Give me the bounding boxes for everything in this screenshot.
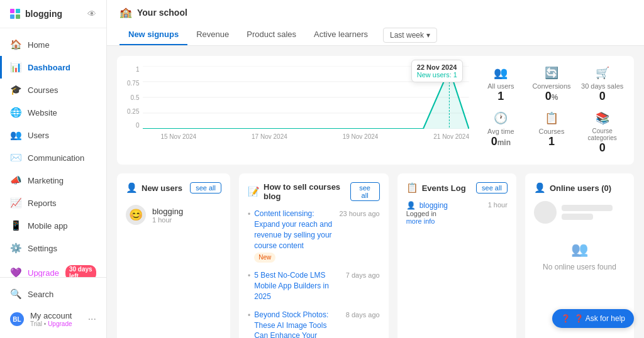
stat-categories-label: Course categories <box>580 128 624 141</box>
logo-icon <box>10 9 20 19</box>
bullet-icon: • <box>248 209 250 263</box>
date-filter-select[interactable]: Last week ▾ <box>383 28 437 43</box>
chart-container: 22 Nov 2024 New users: 1 15 Nov 2024 17 … <box>143 66 469 140</box>
event-user-icon: 👤 <box>406 201 416 210</box>
stat-avg-time: 🕐 Avg time 0min <box>479 111 523 155</box>
sidebar-item-mobile-app[interactable]: 📱 Mobile app <box>0 214 106 237</box>
account-label: My account <box>30 311 72 320</box>
events-card: 📋 Events Log see all 👤 blogging <box>397 173 516 338</box>
stat-course-categories: 📚 Course categories 0 <box>580 111 624 155</box>
new-users-see-all-button[interactable]: see all <box>190 182 221 194</box>
blog-post-content: Beyond Stock Photos: These AI Image Tool… <box>254 310 379 338</box>
upgrade-badge: 30 days left <box>65 265 96 277</box>
more-options-icon[interactable]: ··· <box>88 313 96 325</box>
user-time: 1 hour <box>152 216 183 224</box>
events-see-all-button[interactable]: see all <box>476 182 508 194</box>
sidebar: blogging 👁 🏠 Home 📊 Dashboard 🎓 Courses … <box>0 0 107 338</box>
logo-text: blogging <box>25 9 62 19</box>
sidebar-item-label: Marketing <box>28 176 96 185</box>
stat-categories-value: 0 <box>599 141 606 155</box>
online-empty-state: 👥 No online users found <box>534 236 625 276</box>
stat-conversions: 🔄 Conversions 0% <box>530 66 574 104</box>
blog-post-link[interactable]: 5 Best No-Code LMS Mobile App Builders i… <box>254 270 342 302</box>
new-users-card: 👤 New users see all 😊 blogging 1 hour <box>117 173 230 338</box>
blog-card-header: 📝 How to sell courses blog see all <box>248 182 380 201</box>
my-account-nav-item[interactable]: BL My account Trial • Upgrade ··· <box>0 305 106 333</box>
account-info: My account Trial • Upgrade <box>30 311 72 327</box>
user-info: blogging 1 hour <box>152 207 183 224</box>
settings-icon: ⚙️ <box>10 243 21 254</box>
bullet-icon: • <box>248 271 250 302</box>
search-nav-item[interactable]: 🔍 Search <box>0 283 106 305</box>
blog-post-time: 23 hours ago <box>339 209 379 219</box>
dashboard-body: 1 0.75 0.5 0.25 0 <box>107 46 644 338</box>
reports-icon: 📈 <box>10 197 21 209</box>
sidebar-item-label: Settings <box>28 244 96 253</box>
stat-sales-label: 30 days sales <box>581 82 623 90</box>
sidebar-item-users[interactable]: 👥 Users <box>0 124 106 146</box>
date-filter-label: Last week <box>390 31 424 40</box>
dashboard-icon: 📊 <box>10 62 21 73</box>
bullet-icon: • <box>248 310 250 338</box>
upgrade-link[interactable]: Upgrade <box>48 320 72 327</box>
tab-new-signups[interactable]: New signups <box>119 25 187 45</box>
chevron-down-icon: ▾ <box>426 31 430 40</box>
sidebar-logo-area: blogging 👁 <box>0 0 106 28</box>
sidebar-item-courses[interactable]: 🎓 Courses <box>0 79 106 101</box>
sidebar-item-communication[interactable]: ✉️ Communication <box>0 146 106 169</box>
mobile-app-icon: 📱 <box>10 220 21 231</box>
sidebar-item-settings[interactable]: ⚙️ Settings <box>0 237 106 259</box>
chart-stats-panel: 1 0.75 0.5 0.25 0 <box>117 56 634 165</box>
new-users-card-header: 👤 New users see all <box>126 182 221 194</box>
school-title-row: 🏫 Your school <box>119 6 631 18</box>
all-users-icon: 👥 <box>494 66 508 80</box>
tab-active-learners[interactable]: Active learners <box>305 25 377 45</box>
sidebar-item-home[interactable]: 🏠 Home <box>0 33 106 56</box>
tabs-row: New signups Revenue Product sales Active… <box>119 25 631 45</box>
stat-courses-value: 1 <box>548 135 555 149</box>
ask-help-label: ❓ Ask for help <box>574 314 625 323</box>
stat-avg-time-label: Avg time <box>487 128 514 135</box>
sidebar-item-dashboard[interactable]: 📊 Dashboard <box>0 56 106 79</box>
stat-sales-value: 0 <box>599 90 606 104</box>
ask-help-button[interactable]: ❓ ❓ Ask for help <box>552 309 634 328</box>
y-label: 0.5 <box>127 94 139 101</box>
blog-see-all-button[interactable]: see all <box>350 182 380 201</box>
sidebar-item-website[interactable]: 🌐 Website <box>0 101 106 124</box>
x-label: 19 Nov 2024 <box>343 133 379 140</box>
event-description: Logged in more info <box>406 210 448 225</box>
event-detail-link[interactable]: more info <box>406 217 435 225</box>
placeholder-avatar <box>534 201 557 224</box>
y-label: 1 <box>127 66 139 73</box>
stat-avg-time-value: 0min <box>491 135 511 149</box>
avg-time-icon: 🕐 <box>494 111 508 125</box>
sidebar-item-marketing[interactable]: 📣 Marketing <box>0 169 106 192</box>
online-placeholder <box>534 201 625 229</box>
x-label: 21 Nov 2024 <box>433 133 469 140</box>
blog-post-link[interactable]: Content licensing: Expand your reach and… <box>254 209 335 251</box>
sidebar-item-upgrade[interactable]: 💜 Upgrade 30 days left <box>0 259 106 277</box>
tab-product-sales[interactable]: Product sales <box>238 25 305 45</box>
sidebar-item-label: Home <box>28 40 96 50</box>
online-users-icon: 👤 <box>534 182 546 194</box>
sidebar-item-label: Users <box>28 131 96 140</box>
visibility-icon[interactable]: 👁 <box>87 9 96 19</box>
blog-post-content: 5 Best No-Code LMS Mobile App Builders i… <box>254 270 379 302</box>
stat-30-days-sales: 🛒 30 days sales 0 <box>580 66 624 104</box>
marketing-icon: 📣 <box>10 175 21 186</box>
sidebar-item-label: Courses <box>28 85 96 95</box>
blog-title: How to sell courses blog <box>264 182 350 201</box>
blog-post-link[interactable]: Beyond Stock Photos: These AI Image Tool… <box>254 310 342 338</box>
new-badge: New <box>254 253 275 263</box>
event-user-link[interactable]: blogging <box>419 201 448 210</box>
course-categories-icon: 📚 <box>596 111 609 125</box>
sidebar-item-reports[interactable]: 📈 Reports <box>0 192 106 214</box>
courses-icon: 🎓 <box>10 84 21 95</box>
events-list: 👤 blogging Logged in more info 1 hour <box>406 201 508 225</box>
chart-area: 1 0.75 0.5 0.25 0 <box>127 66 469 155</box>
tab-revenue[interactable]: Revenue <box>187 25 238 45</box>
online-users-title: Online users (0) <box>550 183 611 193</box>
events-title-row: 📋 Events Log <box>406 182 466 194</box>
conversions-sub: % <box>552 93 558 102</box>
online-placeholder-row <box>534 201 625 224</box>
